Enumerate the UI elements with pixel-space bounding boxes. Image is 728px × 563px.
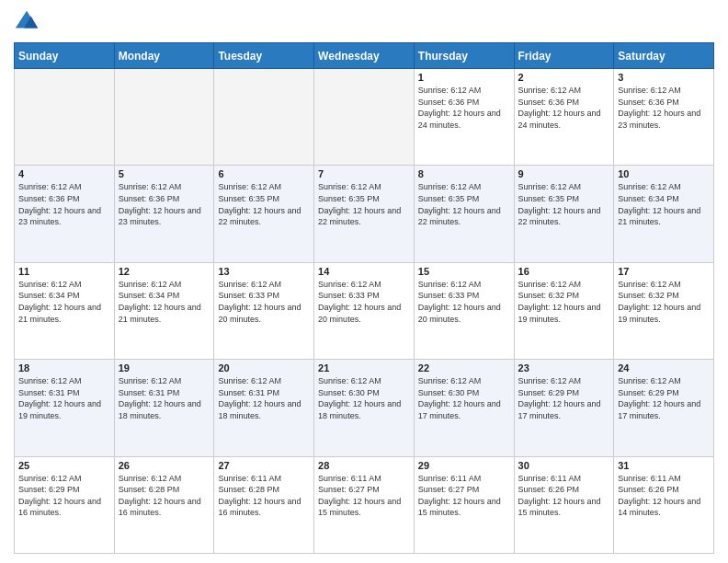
day-number: 4 [18, 168, 110, 179]
day-number: 16 [518, 266, 610, 277]
day-number: 19 [119, 362, 210, 373]
day-cell-20: 20Sunrise: 6:12 AMSunset: 6:31 PMDayligh… [214, 360, 314, 456]
day-number: 5 [119, 168, 210, 179]
logo-icon [14, 9, 40, 35]
weekday-header-monday: Monday [114, 43, 214, 69]
day-cell-14: 14Sunrise: 6:12 AMSunset: 6:33 PMDayligh… [314, 262, 415, 359]
day-info: Sunrise: 6:12 AMSunset: 6:35 PMDaylight:… [418, 181, 510, 227]
day-info: Sunrise: 6:11 AMSunset: 6:27 PMDaylight:… [318, 473, 410, 519]
day-cell-16: 16Sunrise: 6:12 AMSunset: 6:32 PMDayligh… [514, 262, 614, 359]
day-info: Sunrise: 6:12 AMSunset: 6:36 PMDaylight:… [119, 181, 210, 227]
day-cell-23: 23Sunrise: 6:12 AMSunset: 6:29 PMDayligh… [514, 360, 614, 456]
empty-cell [214, 69, 314, 166]
week-row-3: 11Sunrise: 6:12 AMSunset: 6:34 PMDayligh… [15, 262, 714, 359]
day-cell-11: 11Sunrise: 6:12 AMSunset: 6:34 PMDayligh… [15, 262, 115, 359]
day-number: 12 [119, 266, 210, 277]
weekday-header-sunday: Sunday [15, 43, 115, 69]
day-info: Sunrise: 6:11 AMSunset: 6:26 PMDaylight:… [518, 473, 610, 519]
day-cell-26: 26Sunrise: 6:12 AMSunset: 6:28 PMDayligh… [114, 456, 214, 553]
day-cell-17: 17Sunrise: 6:12 AMSunset: 6:32 PMDayligh… [614, 262, 714, 359]
day-info: Sunrise: 6:12 AMSunset: 6:36 PMDaylight:… [418, 85, 510, 131]
day-cell-12: 12Sunrise: 6:12 AMSunset: 6:34 PMDayligh… [114, 262, 214, 359]
weekday-header-friday: Friday [514, 43, 614, 69]
day-number: 15 [418, 266, 510, 277]
day-info: Sunrise: 6:12 AMSunset: 6:35 PMDaylight:… [318, 181, 410, 227]
day-number: 3 [618, 72, 710, 83]
day-info: Sunrise: 6:12 AMSunset: 6:35 PMDaylight:… [218, 181, 310, 227]
day-number: 27 [218, 460, 310, 471]
day-number: 30 [518, 460, 610, 471]
day-number: 1 [418, 72, 510, 83]
empty-cell [114, 69, 214, 166]
week-row-2: 4Sunrise: 6:12 AMSunset: 6:36 PMDaylight… [15, 166, 714, 262]
weekday-header-row: SundayMondayTuesdayWednesdayThursdayFrid… [15, 43, 714, 69]
day-number: 25 [18, 460, 110, 471]
day-cell-31: 31Sunrise: 6:11 AMSunset: 6:26 PMDayligh… [614, 456, 714, 553]
day-number: 22 [418, 362, 510, 373]
week-row-1: 1Sunrise: 6:12 AMSunset: 6:36 PMDaylight… [15, 69, 714, 166]
day-cell-3: 3Sunrise: 6:12 AMSunset: 6:36 PMDaylight… [614, 69, 714, 166]
weekday-header-saturday: Saturday [614, 43, 714, 69]
empty-cell [314, 69, 415, 166]
day-number: 13 [218, 266, 310, 277]
day-number: 2 [518, 72, 610, 83]
day-cell-5: 5Sunrise: 6:12 AMSunset: 6:36 PMDaylight… [114, 166, 214, 262]
day-cell-9: 9Sunrise: 6:12 AMSunset: 6:35 PMDaylight… [514, 166, 614, 262]
day-cell-8: 8Sunrise: 6:12 AMSunset: 6:35 PMDaylight… [414, 166, 514, 262]
day-cell-29: 29Sunrise: 6:11 AMSunset: 6:27 PMDayligh… [414, 456, 514, 553]
day-number: 7 [318, 168, 410, 179]
day-info: Sunrise: 6:12 AMSunset: 6:29 PMDaylight:… [518, 375, 610, 421]
day-info: Sunrise: 6:12 AMSunset: 6:36 PMDaylight:… [18, 181, 110, 227]
weekday-header-thursday: Thursday [414, 43, 514, 69]
day-cell-28: 28Sunrise: 6:11 AMSunset: 6:27 PMDayligh… [314, 456, 415, 553]
week-row-5: 25Sunrise: 6:12 AMSunset: 6:29 PMDayligh… [15, 456, 714, 553]
day-number: 26 [119, 460, 210, 471]
day-info: Sunrise: 6:12 AMSunset: 6:33 PMDaylight:… [218, 279, 310, 325]
day-info: Sunrise: 6:12 AMSunset: 6:34 PMDaylight:… [618, 181, 710, 227]
day-info: Sunrise: 6:12 AMSunset: 6:35 PMDaylight:… [518, 181, 610, 227]
day-number: 11 [18, 266, 110, 277]
day-number: 20 [218, 362, 310, 373]
day-number: 9 [518, 168, 610, 179]
day-info: Sunrise: 6:12 AMSunset: 6:30 PMDaylight:… [418, 375, 510, 421]
day-number: 18 [18, 362, 110, 373]
day-cell-13: 13Sunrise: 6:12 AMSunset: 6:33 PMDayligh… [214, 262, 314, 359]
day-cell-22: 22Sunrise: 6:12 AMSunset: 6:30 PMDayligh… [414, 360, 514, 456]
day-info: Sunrise: 6:12 AMSunset: 6:32 PMDaylight:… [618, 279, 710, 325]
weekday-header-wednesday: Wednesday [314, 43, 415, 69]
day-cell-24: 24Sunrise: 6:12 AMSunset: 6:29 PMDayligh… [614, 360, 714, 456]
day-cell-25: 25Sunrise: 6:12 AMSunset: 6:29 PMDayligh… [15, 456, 115, 553]
day-number: 24 [618, 362, 710, 373]
day-info: Sunrise: 6:12 AMSunset: 6:28 PMDaylight:… [119, 473, 210, 519]
day-number: 6 [218, 168, 310, 179]
empty-cell [15, 69, 115, 166]
day-info: Sunrise: 6:12 AMSunset: 6:31 PMDaylight:… [119, 375, 210, 421]
day-cell-7: 7Sunrise: 6:12 AMSunset: 6:35 PMDaylight… [314, 166, 415, 262]
day-cell-18: 18Sunrise: 6:12 AMSunset: 6:31 PMDayligh… [15, 360, 115, 456]
day-info: Sunrise: 6:12 AMSunset: 6:36 PMDaylight:… [618, 85, 710, 131]
day-info: Sunrise: 6:12 AMSunset: 6:32 PMDaylight:… [518, 279, 610, 325]
day-info: Sunrise: 6:11 AMSunset: 6:26 PMDaylight:… [618, 473, 710, 519]
day-cell-30: 30Sunrise: 6:11 AMSunset: 6:26 PMDayligh… [514, 456, 614, 553]
day-cell-15: 15Sunrise: 6:12 AMSunset: 6:33 PMDayligh… [414, 262, 514, 359]
day-info: Sunrise: 6:12 AMSunset: 6:34 PMDaylight:… [18, 279, 110, 325]
day-info: Sunrise: 6:12 AMSunset: 6:30 PMDaylight:… [318, 375, 410, 421]
day-cell-21: 21Sunrise: 6:12 AMSunset: 6:30 PMDayligh… [314, 360, 415, 456]
calendar-table: SundayMondayTuesdayWednesdayThursdayFrid… [14, 42, 714, 554]
day-cell-2: 2Sunrise: 6:12 AMSunset: 6:36 PMDaylight… [514, 69, 614, 166]
day-info: Sunrise: 6:12 AMSunset: 6:34 PMDaylight:… [119, 279, 210, 325]
day-number: 8 [418, 168, 510, 179]
logo [14, 9, 43, 35]
day-info: Sunrise: 6:12 AMSunset: 6:33 PMDaylight:… [418, 279, 510, 325]
day-number: 23 [518, 362, 610, 373]
day-cell-27: 27Sunrise: 6:11 AMSunset: 6:28 PMDayligh… [214, 456, 314, 553]
day-number: 10 [618, 168, 710, 179]
day-info: Sunrise: 6:12 AMSunset: 6:29 PMDaylight:… [18, 473, 110, 519]
day-info: Sunrise: 6:12 AMSunset: 6:29 PMDaylight:… [618, 375, 710, 421]
day-cell-6: 6Sunrise: 6:12 AMSunset: 6:35 PMDaylight… [214, 166, 314, 262]
day-cell-19: 19Sunrise: 6:12 AMSunset: 6:31 PMDayligh… [114, 360, 214, 456]
day-info: Sunrise: 6:12 AMSunset: 6:33 PMDaylight:… [318, 279, 410, 325]
day-number: 28 [318, 460, 410, 471]
day-info: Sunrise: 6:12 AMSunset: 6:31 PMDaylight:… [18, 375, 110, 421]
day-info: Sunrise: 6:11 AMSunset: 6:27 PMDaylight:… [418, 473, 510, 519]
